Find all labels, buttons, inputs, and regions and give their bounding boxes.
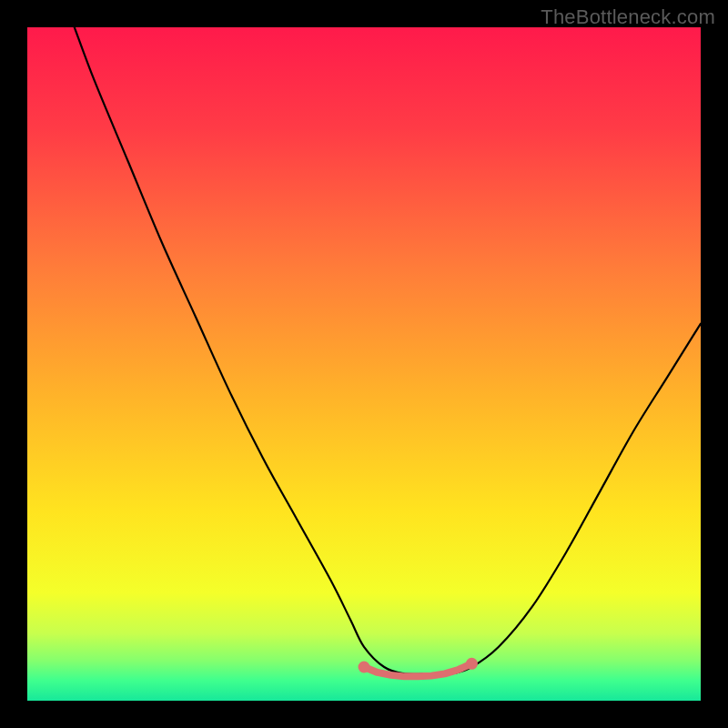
- chart-frame: TheBottleneck.com: [0, 0, 728, 728]
- svg-point-2: [466, 658, 478, 670]
- plot-area: [27, 27, 701, 701]
- svg-point-1: [359, 662, 370, 673]
- watermark-text: TheBottleneck.com: [541, 5, 715, 29]
- trough-highlight: [27, 27, 701, 701]
